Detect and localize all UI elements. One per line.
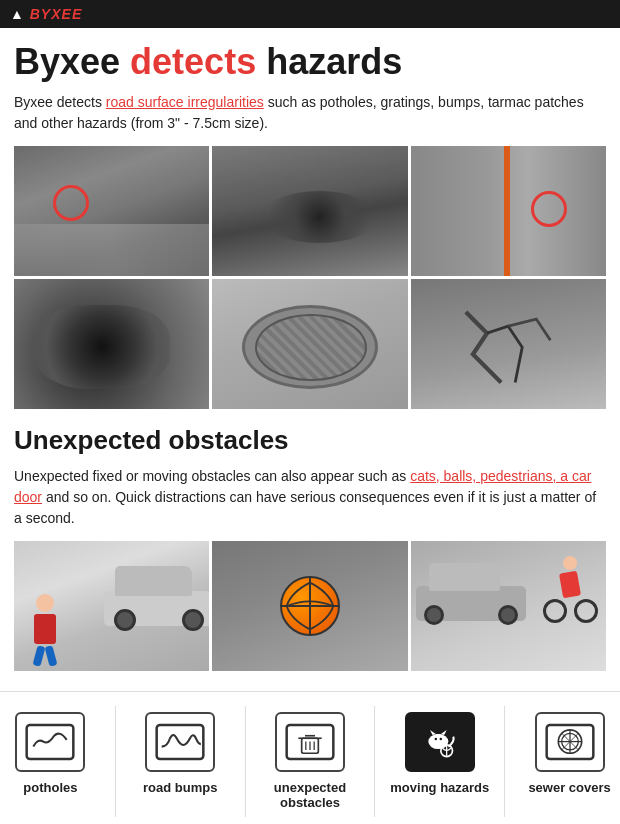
desc-plain: Byxee detects xyxy=(14,94,106,110)
title-end: hazards xyxy=(256,41,402,82)
section2-description: Unexpected fixed or moving obstacles can… xyxy=(14,466,606,529)
svg-point-14 xyxy=(439,737,442,740)
unexpected-obstacles-icon xyxy=(285,722,335,762)
obstacle-image-grid xyxy=(14,541,606,671)
potholes-label: potholes xyxy=(23,780,77,796)
moving-hazards-icon xyxy=(415,722,465,762)
icon-item-moving-hazards: moving hazards xyxy=(375,706,505,817)
main-content: Byxee detects hazards Byxee detects road… xyxy=(0,28,620,671)
section1-description: Byxee detects road surface irregularitie… xyxy=(14,92,606,134)
svg-point-13 xyxy=(434,737,437,740)
obstacle-image-basketball xyxy=(212,541,407,671)
hazard-circle-indicator-3 xyxy=(531,191,567,227)
road-bumps-icon-box xyxy=(145,712,215,772)
section2-rest: and so on. Quick distractions can have s… xyxy=(14,489,596,526)
hazard-image-6 xyxy=(411,279,606,409)
car-shape xyxy=(104,566,209,626)
hazard-image-1 xyxy=(14,146,209,276)
hazard-image-5 xyxy=(212,279,407,409)
unexpected-obstacles-icon-box xyxy=(275,712,345,772)
basketball-lines xyxy=(282,578,338,634)
road-bumps-icon xyxy=(155,722,205,762)
sewer-covers-icon xyxy=(545,722,595,762)
child-figure xyxy=(34,594,56,666)
icon-item-unexpected-obstacles: unexpected obstacles xyxy=(246,706,376,817)
title-plain: Byxee xyxy=(14,41,130,82)
section2-plain: Unexpected fixed or moving obstacles can… xyxy=(14,468,410,484)
header: ▲ BYXEE xyxy=(0,0,620,28)
obstacle-image-child xyxy=(14,541,209,671)
hazard-circle-indicator-1 xyxy=(53,185,89,221)
title-highlight: detects xyxy=(130,41,256,82)
svg-marker-11 xyxy=(430,730,436,735)
moving-hazards-icon-box xyxy=(405,712,475,772)
main-title: Byxee detects hazards xyxy=(14,42,606,82)
sewer-covers-label: sewer covers xyxy=(528,780,610,796)
svg-marker-12 xyxy=(441,730,447,735)
hazard-image-3 xyxy=(411,146,606,276)
icons-section: potholes road bumps unexpected obs xyxy=(0,691,620,824)
section2-title: Unexpected obstacles xyxy=(14,425,606,456)
icon-item-sewer-covers: sewer covers xyxy=(505,706,620,817)
crack-svg xyxy=(430,305,586,390)
basketball-icon xyxy=(280,576,340,636)
hazard-image-grid xyxy=(14,146,606,409)
road-bumps-label: road bumps xyxy=(143,780,217,796)
potholes-icon-box xyxy=(15,712,85,772)
desc-link: road surface irregularities xyxy=(106,94,264,110)
icon-item-potholes: potholes xyxy=(0,706,116,817)
hazard-image-2 xyxy=(212,146,407,276)
cyclist-figure xyxy=(543,556,598,627)
unexpected-obstacles-label: unexpected obstacles xyxy=(250,780,371,811)
logo: ▲ BYXEE xyxy=(10,6,82,22)
obstacle-image-cyclist xyxy=(411,541,606,671)
svg-point-10 xyxy=(431,734,444,746)
logo-accent: BY xyxy=(30,6,51,22)
car-in-cyclist-image xyxy=(416,551,526,621)
moving-hazards-label: moving hazards xyxy=(390,780,489,796)
hazard-image-4 xyxy=(14,279,209,409)
icon-item-road-bumps: road bumps xyxy=(116,706,246,817)
sewer-covers-icon-box xyxy=(535,712,605,772)
pothole-icon xyxy=(25,722,75,762)
